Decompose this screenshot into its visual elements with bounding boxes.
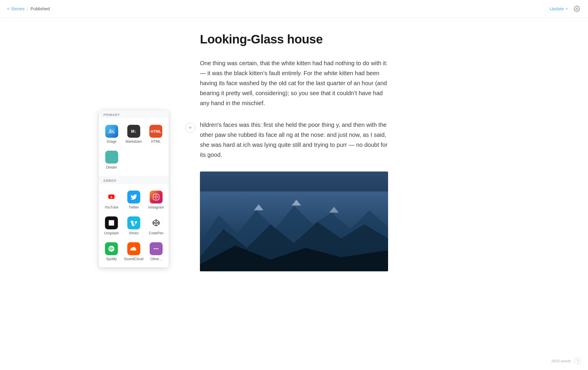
settings-icon[interactable] bbox=[573, 5, 581, 13]
codepen-label: CodePen bbox=[149, 231, 163, 235]
help-icon[interactable]: ? bbox=[574, 358, 581, 364]
primary-section-label: PRIMARY bbox=[99, 110, 169, 118]
svg-point-9 bbox=[110, 130, 111, 131]
image-label: Image bbox=[107, 139, 116, 144]
divider-label: Divider bbox=[106, 165, 117, 169]
add-block-button[interactable]: + bbox=[185, 123, 195, 133]
insert-soundcloud-item[interactable]: SoundCloud bbox=[123, 239, 145, 264]
insert-image-item[interactable]: Image bbox=[101, 122, 122, 147]
image-icon bbox=[105, 125, 118, 138]
instagram-icon bbox=[150, 191, 163, 204]
html-label: HTML bbox=[151, 139, 161, 144]
twitter-icon bbox=[127, 191, 140, 204]
codepen-icon bbox=[150, 216, 163, 229]
insert-twitter-item[interactable]: Twitter bbox=[123, 188, 145, 212]
soundcloud-icon bbox=[127, 242, 140, 255]
svg-rect-11 bbox=[153, 194, 159, 200]
insert-menu: PRIMARY Image M↓ Markdown HTML bbox=[99, 110, 169, 268]
insert-unsplash-item[interactable]: Unsplash bbox=[101, 213, 122, 238]
insert-spotify-item[interactable]: Spotify bbox=[101, 239, 122, 264]
youtube-icon bbox=[105, 191, 118, 204]
insert-youtube-item[interactable]: YouTube bbox=[101, 188, 122, 212]
insert-divider-item[interactable]: Divider bbox=[101, 148, 122, 172]
svg-point-16 bbox=[154, 248, 155, 249]
embed-items-grid: YouTube Twitter Instagram bbox=[99, 184, 169, 268]
insert-instagram-item[interactable]: Instagram bbox=[146, 188, 166, 212]
insert-other-item[interactable]: Other... bbox=[146, 239, 166, 264]
word-count: 2825 words bbox=[551, 359, 571, 363]
breadcrumb-status: Published bbox=[31, 6, 50, 11]
primary-items-grid: Image M↓ Markdown HTML HTML bbox=[99, 118, 169, 176]
markdown-label: Markdown bbox=[126, 139, 142, 144]
svg-point-17 bbox=[156, 248, 157, 249]
svg-point-0 bbox=[576, 8, 578, 10]
other-icon bbox=[150, 242, 163, 255]
breadcrumb: < Stories | Published bbox=[7, 6, 50, 11]
article-image bbox=[200, 171, 388, 271]
article-paragraph-1: One thing was certain, that the white ki… bbox=[200, 58, 388, 108]
article-title: Looking-Glass house bbox=[200, 32, 388, 46]
insert-vimeo-item[interactable]: Vimeo bbox=[123, 213, 145, 238]
divider-icon bbox=[105, 151, 118, 164]
unsplash-label: Unsplash bbox=[104, 231, 119, 235]
breadcrumb-separator: | bbox=[27, 6, 28, 11]
markdown-icon: M↓ bbox=[127, 125, 140, 138]
spotify-icon bbox=[105, 242, 118, 255]
article-paragraph-2: hildren's faces was this: first she held… bbox=[200, 120, 388, 160]
insert-html-item[interactable]: HTML HTML bbox=[146, 122, 166, 147]
insert-markdown-item[interactable]: M↓ Markdown bbox=[123, 122, 144, 147]
vimeo-label: Vimeo bbox=[129, 231, 139, 235]
insert-codepen-item[interactable]: CodePen bbox=[146, 213, 166, 238]
vimeo-icon bbox=[127, 216, 140, 229]
instagram-label: Instagram bbox=[148, 205, 164, 209]
unsplash-icon bbox=[105, 216, 118, 229]
footer: 2825 words ? bbox=[551, 358, 581, 364]
youtube-label: YouTube bbox=[104, 205, 118, 209]
twitter-label: Twitter bbox=[128, 205, 139, 209]
header-actions: Update ∨ bbox=[550, 5, 581, 13]
update-button[interactable]: Update ∨ bbox=[550, 6, 568, 11]
soundcloud-label: SoundCloud bbox=[124, 257, 143, 261]
svg-point-18 bbox=[157, 248, 158, 249]
html-icon: HTML bbox=[149, 125, 162, 138]
embed-section-label: EMBED bbox=[99, 176, 169, 184]
other-label: Other... bbox=[150, 257, 162, 261]
app-header: < Stories | Published Update ∨ bbox=[0, 0, 588, 18]
stories-link[interactable]: < Stories bbox=[7, 6, 25, 11]
spotify-label: Spotify bbox=[106, 257, 117, 261]
